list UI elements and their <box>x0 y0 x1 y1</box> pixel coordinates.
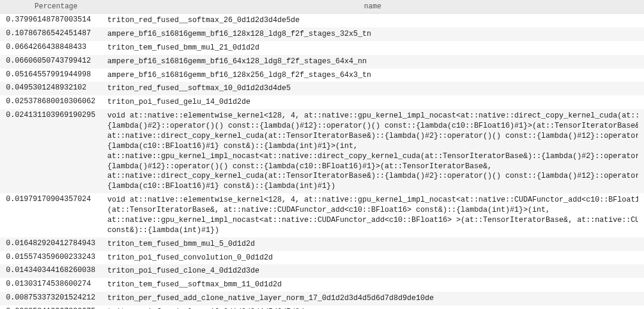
table-row: 0.014340344168260038triton_poi_fused_clo… <box>0 264 644 278</box>
name-cell: triton_poi_fused_clone_16_0d1d2d3d4d5d6d… <box>101 305 644 309</box>
percentage-cell: 0.05164557991944998 <box>0 69 101 82</box>
name-cell: triton_poi_fused_convolution_0_0d1d2d <box>101 251 644 265</box>
name-cell: triton_tem_fused_bmm_mul_5_0d1d2d <box>101 237 644 251</box>
name-cell: void at::native::elementwise_kernel<128,… <box>101 193 644 237</box>
percentage-cell: 0.015574359600233243 <box>0 251 101 265</box>
percentage-cell: 0.01979170904357024 <box>0 193 101 237</box>
table-row: 0.0664266438848433triton_tem_fused_bmm_m… <box>0 41 644 55</box>
percentage-cell: 0.016482920412784943 <box>0 237 101 251</box>
table-row: 0.016482920412784943triton_tem_fused_bmm… <box>0 237 644 251</box>
profiler-table: Percentage name 0.37996148787003514trito… <box>0 0 644 309</box>
name-cell: triton_tem_fused__softmax_bmm_11_0d1d2d <box>101 278 644 292</box>
name-cell: triton_poi_fused_clone_4_0d1d2d3de <box>101 264 644 278</box>
table-row: 0.025378680010306062triton_poi_fused_gel… <box>0 95 644 109</box>
table-row: 0.01979170904357024void at::native::elem… <box>0 193 644 237</box>
table-row: 0.10786786542451487ampere_bf16_s16816gem… <box>0 27 644 41</box>
name-cell: ampere_bf16_s16816gemm_bf16_128x256_ldg8… <box>101 69 644 82</box>
header-name[interactable]: name <box>101 0 644 14</box>
header-percentage[interactable]: Percentage <box>0 0 101 14</box>
percentage-cell: 0.37996148787003514 <box>0 14 101 27</box>
percentage-cell: 0.024131103969190295 <box>0 109 101 193</box>
table-row: 0.05164557991944998ampere_bf16_s16816gem… <box>0 69 644 82</box>
header-row: Percentage name <box>0 0 644 14</box>
table-row: 0.06606050743799412ampere_bf16_s16816gem… <box>0 55 644 69</box>
percentage-cell: 0.10786786542451487 <box>0 27 101 41</box>
table-row: 0.008258410967820675triton_poi_fused_clo… <box>0 305 644 309</box>
percentage-cell: 0.0664266438848433 <box>0 41 101 55</box>
percentage-cell: 0.014340344168260038 <box>0 264 101 278</box>
table-row: 0.008753373201524212triton_per_fused_add… <box>0 292 644 305</box>
percentage-cell: 0.06606050743799412 <box>0 55 101 69</box>
percentage-cell: 0.01303174538600274 <box>0 278 101 292</box>
name-cell: triton_red_fused__softmax_26_0d1d2d3d4de… <box>101 14 644 27</box>
table-row: 0.024131103969190295void at::native::ele… <box>0 109 644 193</box>
table-row: 0.01303174538600274triton_tem_fused__sof… <box>0 278 644 292</box>
name-cell: ampere_bf16_s16816gemm_bf16_128x128_ldg8… <box>101 27 644 41</box>
name-cell: triton_poi_fused_gelu_14_0d1d2de <box>101 95 644 109</box>
table-row: 0.0495301248932102triton_red_fused__soft… <box>0 82 644 95</box>
name-cell: void at::native::elementwise_kernel<128,… <box>101 109 644 193</box>
name-cell: triton_per_fused_add_clone_native_layer_… <box>101 292 644 305</box>
percentage-cell: 0.0495301248932102 <box>0 82 101 95</box>
percentage-cell: 0.025378680010306062 <box>0 95 101 109</box>
name-cell: ampere_bf16_s16816gemm_bf16_64x128_ldg8_… <box>101 55 644 69</box>
percentage-cell: 0.008258410967820675 <box>0 305 101 309</box>
table-row: 0.37996148787003514triton_red_fused__sof… <box>0 14 644 27</box>
name-cell: triton_red_fused__softmax_10_0d1d2d3d4de… <box>101 82 644 95</box>
name-cell: triton_tem_fused_bmm_mul_21_0d1d2d <box>101 41 644 55</box>
percentage-cell: 0.008753373201524212 <box>0 292 101 305</box>
table-row: 0.015574359600233243triton_poi_fused_con… <box>0 251 644 265</box>
